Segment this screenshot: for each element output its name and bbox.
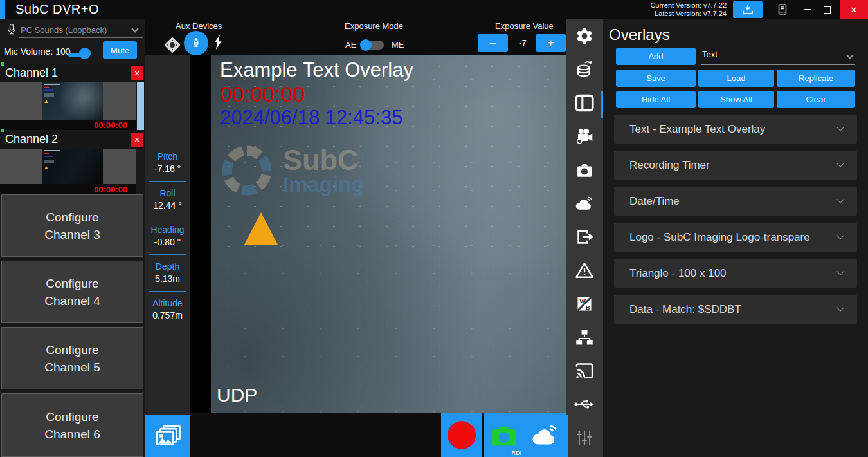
microphone-icon [5, 22, 18, 37]
telemetry-value: 12.44 ° [145, 200, 190, 210]
warning-icon [575, 261, 594, 279]
save-overlays-button[interactable]: Save [616, 70, 696, 87]
video-letterbox [190, 55, 211, 413]
configure-channel-5-button[interactable]: Configure Channel 5 [1, 327, 143, 389]
network-button[interactable] [566, 321, 603, 354]
channel-1-thumbnail[interactable] [0, 82, 136, 120]
toggle-knob [360, 39, 372, 51]
thumb-detail [44, 100, 48, 103]
alerts-button[interactable] [566, 254, 603, 287]
add-overlay-button[interactable]: Add [616, 48, 696, 65]
thumb-detail [44, 153, 49, 154]
chevron-down-icon [836, 160, 844, 167]
overlay-item-datetime[interactable]: Date/Time [614, 187, 857, 216]
gear-icon [575, 26, 594, 46]
record-button[interactable] [441, 413, 482, 457]
aux-lantern-button[interactable] [184, 31, 208, 55]
layout-button[interactable] [566, 86, 603, 120]
channel-close-button[interactable]: ✕ [131, 133, 143, 147]
mute-button[interactable]: Mute [103, 41, 137, 59]
thumb-detail [44, 84, 60, 85]
snapshot-tool-button[interactable] [566, 153, 603, 187]
exposure-me-label: ME [392, 40, 404, 50]
overlay-type-select[interactable]: Text [701, 48, 855, 65]
minimize-button[interactable] [797, 0, 817, 19]
media-gallery-button[interactable] [145, 415, 190, 457]
cast-button[interactable] [566, 354, 603, 387]
channel-close-button[interactable]: ✕ [131, 66, 143, 80]
overlay-item-text[interactable]: Text - Example Text Overlay [614, 115, 857, 144]
close-icon: ✕ [134, 70, 140, 78]
exposure-mode-toggle[interactable] [361, 41, 384, 50]
maximize-button[interactable] [817, 0, 837, 19]
select-underline [701, 64, 855, 65]
rdi-label: RDI [512, 450, 522, 456]
layout-icon [574, 94, 595, 112]
overlay-item-data-match[interactable]: Data - Match: $SDDBT [614, 295, 857, 324]
telemetry-value: 5.13m [145, 274, 190, 284]
telemetry-value: 0.757m [145, 310, 190, 321]
mic-volume-slider-knob[interactable] [79, 48, 91, 59]
configure-channel-6-button[interactable]: Configure Channel 6 [1, 393, 143, 457]
video-source-label: UDP [217, 384, 257, 406]
adjustments-button[interactable] [566, 421, 603, 454]
load-overlays-button[interactable]: Load [698, 70, 774, 87]
exposure-increase-button[interactable]: + [536, 34, 566, 52]
cloud-upload-button[interactable] [525, 413, 566, 457]
telemetry-label: Depth [145, 261, 190, 272]
update-download-button[interactable] [733, 1, 763, 18]
configure-channel-4-button[interactable]: Configure Channel 4 [1, 261, 143, 323]
telemetry-value: -7.16 ° [145, 163, 190, 174]
database-restore-icon [575, 60, 594, 79]
channel-active-indicator [1, 129, 4, 132]
svg-text:B: B [586, 304, 590, 311]
close-icon: ✕ [134, 136, 140, 144]
gallery-icon [154, 424, 182, 449]
thumb-detail [44, 89, 53, 91]
video-settings-button[interactable] [566, 120, 603, 153]
channel-1-video-preview [42, 82, 103, 120]
configure-channel-label: Configure Channel 3 [37, 209, 109, 243]
usb-button[interactable] [566, 387, 603, 421]
audio-device-select[interactable]: PC Sounds (Loopback) [21, 25, 129, 35]
overlay-item-triangle[interactable]: Triangle - 100 x 100 [614, 259, 857, 288]
data-restore-button[interactable] [566, 53, 603, 86]
telemetry-label: Heading [145, 225, 190, 235]
aux-marker-icon[interactable] [161, 34, 183, 56]
channel-2-thumbnail[interactable] [0, 149, 136, 184]
chevron-down-icon [836, 304, 844, 311]
thumb-detail [44, 156, 53, 157]
clear-overlays-button[interactable]: Clear [777, 91, 855, 108]
manual-button[interactable] [768, 1, 797, 18]
configure-channel-label: Configure Channel 5 [37, 341, 109, 376]
overlay-item-recording-timer[interactable]: Recording Timer [614, 151, 857, 180]
record-icon [448, 421, 476, 449]
transport-bar: RDI [190, 413, 566, 457]
maximize-icon [824, 6, 831, 14]
cloud-button[interactable] [566, 187, 603, 220]
telemetry-panel: Pitch -7.16 ° Roll 12.44 ° Heading -0.80… [145, 55, 190, 413]
channels-panel: PC Sounds (Loopback) Mic Volume: 100 Mut… [0, 19, 145, 457]
usb-icon [574, 396, 595, 413]
snapshot-button[interactable]: RDI [484, 413, 525, 457]
settings-button[interactable] [566, 19, 603, 53]
show-all-button[interactable]: Show All [698, 91, 774, 108]
overlay-item-logo[interactable]: Logo - SubC Imaging Logo-transpare [614, 223, 857, 252]
replicate-overlays-button[interactable]: Replicate [777, 70, 855, 87]
hide-all-button[interactable]: Hide All [616, 91, 696, 108]
camera-icon [575, 161, 594, 179]
channel-list-scrollbar[interactable] [137, 82, 144, 130]
channel-timer: 00:00:00 [94, 120, 127, 130]
recording-timer-overlay: 00:00:00 [220, 82, 305, 107]
overlay-item-label: Logo - SubC Imaging Logo-transpare [629, 231, 810, 244]
aux-devices-label: Aux Devices [176, 21, 222, 31]
exposure-decrease-button[interactable]: – [478, 34, 508, 52]
close-button[interactable]: ✕ [840, 0, 868, 19]
chevron-down-icon [131, 25, 138, 32]
configure-channel-3-button[interactable]: Configure Channel 3 [1, 194, 143, 257]
export-button[interactable] [566, 220, 603, 254]
movie-camera-icon [574, 127, 595, 146]
white-balance-button[interactable]: W B [566, 287, 603, 321]
exposure-ae-label: AE [345, 40, 356, 50]
flash-icon[interactable] [212, 33, 226, 51]
